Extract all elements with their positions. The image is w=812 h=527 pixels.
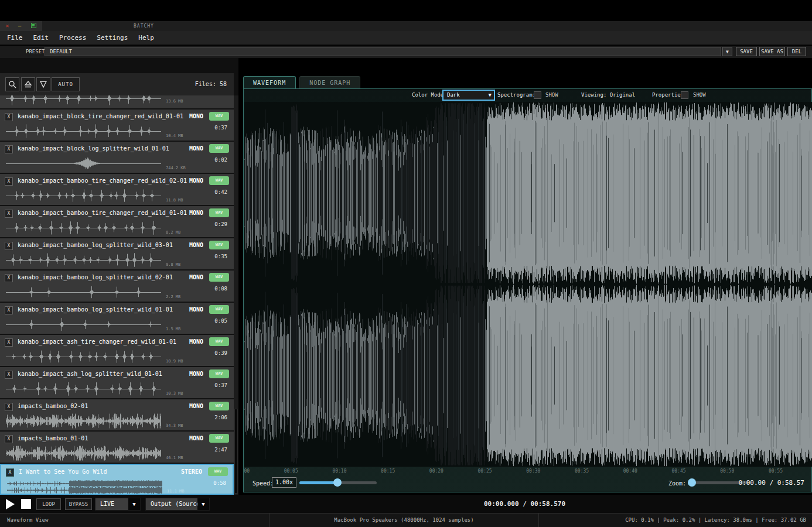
file-duration: 0:42 — [214, 189, 227, 195]
file-duration: 0:39 — [214, 350, 227, 356]
minimize-icon[interactable]: — — [16, 23, 23, 29]
search-icon — [8, 80, 16, 88]
preset-save-button[interactable]: SAVE — [736, 47, 757, 56]
file-row-partial[interactable]: 13.6 MB — [0, 95, 234, 108]
file-duration: 2:47 — [214, 447, 227, 453]
waveform-canvas[interactable] — [244, 102, 812, 467]
timeline-ruler[interactable]: 00:0000:0500:1000:1500:2000:2500:3000:35… — [244, 467, 812, 475]
file-size: 11.8 MB — [166, 198, 183, 203]
play-icon[interactable] — [6, 499, 15, 509]
waveform-display[interactable] — [244, 102, 812, 467]
timeline-tick: 00:50 — [720, 468, 734, 474]
remove-file-button[interactable]: X — [5, 210, 13, 218]
remove-file-button[interactable]: X — [5, 403, 13, 411]
timeline-tick: 00:40 — [623, 468, 637, 474]
preset-delete-button[interactable]: DEL — [787, 47, 806, 56]
channel-badge: MONO — [189, 242, 203, 248]
remove-file-button[interactable]: X — [5, 306, 13, 314]
remove-file-button[interactable]: X — [5, 113, 13, 121]
file-size: 10.3 MB — [166, 391, 183, 396]
maximize-icon[interactable] — [31, 23, 36, 28]
format-badge: WAV — [209, 273, 229, 282]
properties-checkbox[interactable] — [681, 91, 688, 99]
remove-file-button[interactable]: X — [5, 371, 13, 379]
sort-button[interactable] — [21, 77, 35, 91]
file-duration: 0:35 — [214, 254, 227, 259]
file-duration: 0:05 — [214, 318, 227, 324]
file-waveform — [7, 479, 162, 494]
file-row[interactable]: X kanabo_impact_block_tire_changer_red_w… — [0, 109, 234, 141]
file-list-scrollbar[interactable] — [234, 95, 238, 495]
menu-item-edit[interactable]: Edit — [33, 34, 49, 42]
stop-icon[interactable] — [21, 499, 31, 509]
remove-file-button[interactable]: X — [6, 468, 14, 477]
remove-file-button[interactable]: X — [5, 145, 13, 153]
file-name: kanabo_impact_block_log_splitter_wild_01… — [18, 145, 169, 152]
waveform-panel-header: Color Mode: Dark ▼ Spectrogram: SHOW Vie… — [244, 89, 811, 102]
file-waveform — [6, 124, 161, 139]
live-select-value: LIVE — [100, 501, 114, 507]
preset-dropdown-arrow-icon[interactable]: ▼ — [722, 47, 732, 56]
file-row[interactable]: X kanabo_impact_bamboo_tire_changer_red_… — [0, 206, 234, 237]
timeline-tick: 00:45 — [671, 468, 685, 474]
file-duration: 0:37 — [214, 382, 227, 388]
close-icon[interactable]: ✕ — [4, 23, 11, 29]
menu-item-process[interactable]: Process — [59, 34, 86, 42]
file-list: 13.6 MB X kanabo_impact_block_tire_chang… — [0, 95, 234, 495]
file-name: kanabo_impact_bamboo_log_splitter_wild_0… — [18, 274, 173, 280]
speed-slider-thumb[interactable] — [333, 478, 342, 487]
tab-waveform[interactable]: WAVEFORM — [243, 76, 296, 88]
tab-node-graph[interactable]: NODE GRAPH — [299, 76, 360, 88]
remove-file-button[interactable]: X — [5, 338, 13, 347]
sidebar-toolbar: AUTO Files: 58 — [0, 73, 234, 95]
format-badge: WAV — [209, 241, 229, 249]
file-row[interactable]: X kanabo_impact_bamboo_tire_changer_red_… — [0, 174, 234, 205]
search-button[interactable] — [5, 77, 19, 91]
loop-button[interactable]: LOOP — [36, 498, 61, 510]
timeline-tick: 00:55 — [769, 468, 783, 474]
menu-item-file[interactable]: File — [7, 34, 23, 42]
channel-badge: MONO — [189, 145, 203, 152]
main-panel: WAVEFORM NODE GRAPH Color Mode: Dark ▼ S… — [243, 76, 812, 495]
speed-value-field[interactable]: 1.00x — [272, 477, 296, 488]
timeline-tick: 00:35 — [575, 468, 589, 474]
file-row[interactable]: X kanabo_impact_ash_log_splitter_wild_01… — [0, 367, 234, 398]
file-row[interactable]: X I Want to See You Go Wild STEREO WAV 0… — [0, 464, 234, 495]
bypass-button[interactable]: BYPASS — [65, 498, 92, 510]
remove-file-button[interactable]: X — [5, 242, 13, 250]
file-size: 46.1 MB — [166, 456, 183, 460]
file-name: kanabo_impact_ash_tire_changer_red_wild_… — [18, 338, 176, 345]
preset-field[interactable]: DEFAULT — [45, 47, 721, 56]
color-mode-select[interactable]: Dark ▼ — [442, 90, 495, 101]
speed-slider[interactable] — [299, 481, 377, 484]
menu-item-help[interactable]: Help — [138, 34, 154, 42]
scrollbar-thumb[interactable] — [234, 409, 238, 494]
remove-file-button[interactable]: X — [5, 177, 13, 186]
file-row[interactable]: X kanabo_impact_ash_tire_changer_red_wil… — [0, 335, 234, 366]
file-row[interactable]: X kanabo_impact_bamboo_log_splitter_wild… — [0, 238, 234, 269]
format-badge: WAV — [208, 467, 228, 476]
output-select[interactable]: Output (Source SR, WAV) ▼ — [145, 498, 210, 511]
timeline-tick: 00:00 — [244, 468, 250, 474]
file-duration: 0:08 — [214, 286, 227, 292]
file-size: 9.8 MB — [166, 262, 180, 267]
auto-button[interactable]: AUTO — [52, 77, 80, 91]
spectrogram-checkbox[interactable] — [534, 91, 541, 99]
timeline-tick: 00:10 — [332, 468, 346, 474]
menu-item-settings[interactable]: Settings — [97, 34, 128, 42]
file-row[interactable]: X kanabo_impact_block_log_splitter_wild_… — [0, 142, 234, 173]
filter-button[interactable] — [36, 77, 50, 91]
remove-file-button[interactable]: X — [5, 274, 13, 282]
file-row[interactable]: X kanabo_impact_bamboo_log_splitter_wild… — [0, 271, 234, 302]
preset-bar: PRESET: DEFAULT ▼ SAVE SAVE AS DEL — [0, 46, 812, 58]
preset-save-as-button[interactable]: SAVE AS — [759, 47, 785, 56]
file-row[interactable]: X impacts_bamboo_01-01 MONO WAV 2:47 46.… — [0, 432, 234, 463]
file-row[interactable]: X kanabo_impact_bamboo_log_splitter_wild… — [0, 303, 234, 334]
file-name: kanabo_impact_bamboo_tire_changer_red_wi… — [18, 177, 187, 184]
live-select[interactable]: LIVE ▼ — [95, 498, 141, 511]
chevron-down-icon: ▼ — [197, 498, 209, 510]
file-row[interactable]: X impacts_bamboo_02-01 MONO WAV 2:06 34.… — [0, 399, 234, 430]
zoom-slider-thumb[interactable] — [688, 478, 696, 487]
remove-file-button[interactable]: X — [5, 435, 13, 443]
sort-icon — [24, 80, 32, 88]
